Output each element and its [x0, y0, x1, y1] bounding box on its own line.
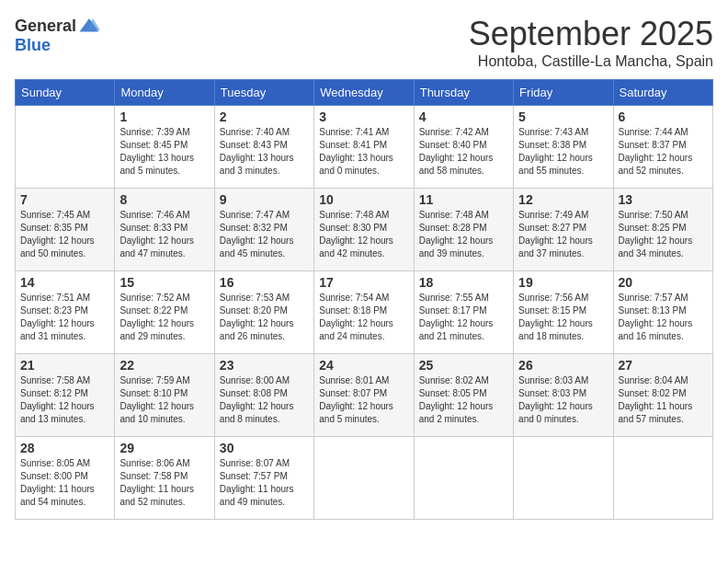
day-number: 30 [220, 441, 309, 455]
day-info: Sunrise: 7:56 AM Sunset: 8:15 PM Dayligh… [518, 292, 608, 343]
day-number: 6 [619, 109, 708, 124]
day-number: 18 [419, 275, 508, 290]
calendar-cell: 26Sunrise: 8:03 AM Sunset: 8:03 PM Dayli… [514, 354, 613, 437]
calendar-cell [613, 437, 712, 520]
day-info: Sunrise: 7:48 AM Sunset: 8:28 PM Dayligh… [419, 209, 508, 260]
day-info: Sunrise: 7:59 AM Sunset: 8:10 PM Dayligh… [119, 374, 209, 426]
week-row: 1Sunrise: 7:39 AM Sunset: 8:45 PM Daylig… [16, 106, 713, 189]
weekday-header-thursday: Thursday [414, 80, 513, 106]
day-info: Sunrise: 7:47 AM Sunset: 8:32 PM Dayligh… [220, 209, 309, 260]
calendar-cell: 7Sunrise: 7:45 AM Sunset: 8:35 PM Daylig… [16, 189, 115, 271]
day-info: Sunrise: 7:57 AM Sunset: 8:13 PM Dayligh… [619, 292, 708, 343]
day-number: 23 [220, 358, 309, 373]
day-info: Sunrise: 7:55 AM Sunset: 8:17 PM Dayligh… [419, 292, 508, 343]
calendar-cell: 11Sunrise: 7:48 AM Sunset: 8:28 PM Dayli… [414, 189, 513, 271]
day-info: Sunrise: 7:41 AM Sunset: 8:41 PM Dayligh… [319, 126, 408, 178]
day-number: 12 [518, 192, 608, 207]
day-number: 17 [319, 275, 408, 290]
day-info: Sunrise: 7:46 AM Sunset: 8:33 PM Dayligh… [119, 209, 209, 260]
calendar-cell: 27Sunrise: 8:04 AM Sunset: 8:02 PM Dayli… [613, 354, 712, 437]
calendar-cell: 12Sunrise: 7:49 AM Sunset: 8:27 PM Dayli… [514, 189, 613, 271]
day-info: Sunrise: 8:07 AM Sunset: 7:57 PM Dayligh… [220, 457, 309, 509]
day-info: Sunrise: 7:45 AM Sunset: 8:35 PM Dayligh… [20, 209, 109, 260]
day-info: Sunrise: 8:06 AM Sunset: 7:58 PM Dayligh… [119, 457, 209, 509]
day-number: 19 [518, 275, 608, 290]
calendar-cell [414, 437, 513, 520]
day-number: 7 [20, 192, 109, 207]
day-number: 26 [518, 358, 608, 373]
weekday-header-tuesday: Tuesday [214, 80, 313, 106]
weekday-header-row: SundayMondayTuesdayWednesdayThursdayFrid… [16, 80, 713, 106]
day-info: Sunrise: 7:43 AM Sunset: 8:38 PM Dayligh… [518, 126, 608, 178]
calendar-cell: 3Sunrise: 7:41 AM Sunset: 8:41 PM Daylig… [314, 106, 414, 189]
calendar-cell: 14Sunrise: 7:51 AM Sunset: 8:23 PM Dayli… [16, 271, 115, 354]
weekday-header-monday: Monday [115, 80, 214, 106]
day-info: Sunrise: 8:02 AM Sunset: 8:05 PM Dayligh… [419, 374, 508, 426]
calendar-cell: 23Sunrise: 8:00 AM Sunset: 8:08 PM Dayli… [214, 354, 313, 437]
week-row: 21Sunrise: 7:58 AM Sunset: 8:12 PM Dayli… [16, 354, 713, 437]
calendar-cell: 18Sunrise: 7:55 AM Sunset: 8:17 PM Dayli… [414, 271, 513, 354]
day-number: 8 [119, 192, 209, 207]
day-number: 13 [619, 192, 708, 207]
day-info: Sunrise: 8:03 AM Sunset: 8:03 PM Dayligh… [518, 374, 608, 426]
weekday-header-friday: Friday [514, 80, 613, 106]
day-info: Sunrise: 7:49 AM Sunset: 8:27 PM Dayligh… [518, 209, 608, 260]
calendar-cell: 5Sunrise: 7:43 AM Sunset: 8:38 PM Daylig… [514, 106, 613, 189]
day-number: 25 [419, 358, 508, 373]
day-number: 1 [119, 109, 209, 124]
day-number: 29 [119, 441, 209, 455]
calendar-cell: 21Sunrise: 7:58 AM Sunset: 8:12 PM Dayli… [16, 354, 115, 437]
day-info: Sunrise: 7:58 AM Sunset: 8:12 PM Dayligh… [20, 374, 109, 426]
day-number: 10 [319, 192, 408, 207]
weekday-header-wednesday: Wednesday [314, 80, 414, 106]
page-header: General Blue September 2025 Hontoba, Cas… [15, 15, 713, 70]
calendar-cell: 6Sunrise: 7:44 AM Sunset: 8:37 PM Daylig… [613, 106, 712, 189]
day-number: 28 [20, 441, 109, 455]
day-info: Sunrise: 7:54 AM Sunset: 8:18 PM Dayligh… [319, 292, 408, 343]
calendar-cell: 30Sunrise: 8:07 AM Sunset: 7:57 PM Dayli… [214, 437, 313, 520]
day-number: 20 [619, 275, 708, 290]
day-number: 27 [619, 358, 708, 373]
calendar-cell: 4Sunrise: 7:42 AM Sunset: 8:40 PM Daylig… [414, 106, 513, 189]
day-number: 22 [119, 358, 209, 373]
logo: General Blue [15, 15, 100, 53]
day-info: Sunrise: 7:42 AM Sunset: 8:40 PM Dayligh… [419, 126, 508, 178]
day-info: Sunrise: 8:00 AM Sunset: 8:08 PM Dayligh… [220, 374, 309, 426]
day-info: Sunrise: 8:05 AM Sunset: 8:00 PM Dayligh… [20, 457, 109, 509]
day-number: 11 [419, 192, 508, 207]
calendar-cell: 20Sunrise: 7:57 AM Sunset: 8:13 PM Dayli… [613, 271, 712, 354]
calendar-cell: 15Sunrise: 7:52 AM Sunset: 8:22 PM Dayli… [115, 271, 214, 354]
calendar-cell: 29Sunrise: 8:06 AM Sunset: 7:58 PM Dayli… [115, 437, 214, 520]
week-row: 7Sunrise: 7:45 AM Sunset: 8:35 PM Daylig… [16, 189, 713, 271]
calendar-cell: 10Sunrise: 7:48 AM Sunset: 8:30 PM Dayli… [314, 189, 414, 271]
calendar-cell: 2Sunrise: 7:40 AM Sunset: 8:43 PM Daylig… [214, 106, 313, 189]
day-number: 15 [119, 275, 209, 290]
day-info: Sunrise: 8:01 AM Sunset: 8:07 PM Dayligh… [319, 374, 408, 426]
calendar-cell [514, 437, 613, 520]
calendar-cell [16, 106, 115, 189]
day-info: Sunrise: 8:04 AM Sunset: 8:02 PM Dayligh… [619, 374, 708, 426]
day-number: 2 [220, 109, 309, 124]
weekday-header-saturday: Saturday [613, 80, 712, 106]
day-info: Sunrise: 7:53 AM Sunset: 8:20 PM Dayligh… [220, 292, 309, 343]
title-area: September 2025 Hontoba, Castille-La Manc… [469, 15, 713, 70]
calendar-cell: 16Sunrise: 7:53 AM Sunset: 8:20 PM Dayli… [214, 271, 313, 354]
calendar-cell: 17Sunrise: 7:54 AM Sunset: 8:18 PM Dayli… [314, 271, 414, 354]
calendar-cell: 13Sunrise: 7:50 AM Sunset: 8:25 PM Dayli… [613, 189, 712, 271]
month-title: September 2025 [469, 15, 713, 53]
calendar-cell [314, 437, 414, 520]
location-title: Hontoba, Castille-La Mancha, Spain [469, 53, 713, 70]
day-number: 5 [518, 109, 608, 124]
logo-blue: Blue [15, 37, 100, 53]
day-number: 14 [20, 275, 109, 290]
weekday-header-sunday: Sunday [16, 80, 115, 106]
logo-icon [78, 15, 100, 37]
calendar-table: SundayMondayTuesdayWednesdayThursdayFrid… [15, 79, 713, 520]
week-row: 14Sunrise: 7:51 AM Sunset: 8:23 PM Dayli… [16, 271, 713, 354]
day-info: Sunrise: 7:52 AM Sunset: 8:22 PM Dayligh… [119, 292, 209, 343]
calendar-cell: 25Sunrise: 8:02 AM Sunset: 8:05 PM Dayli… [414, 354, 513, 437]
day-info: Sunrise: 7:44 AM Sunset: 8:37 PM Dayligh… [619, 126, 708, 178]
calendar-cell: 24Sunrise: 8:01 AM Sunset: 8:07 PM Dayli… [314, 354, 414, 437]
day-number: 16 [220, 275, 309, 290]
calendar-cell: 8Sunrise: 7:46 AM Sunset: 8:33 PM Daylig… [115, 189, 214, 271]
